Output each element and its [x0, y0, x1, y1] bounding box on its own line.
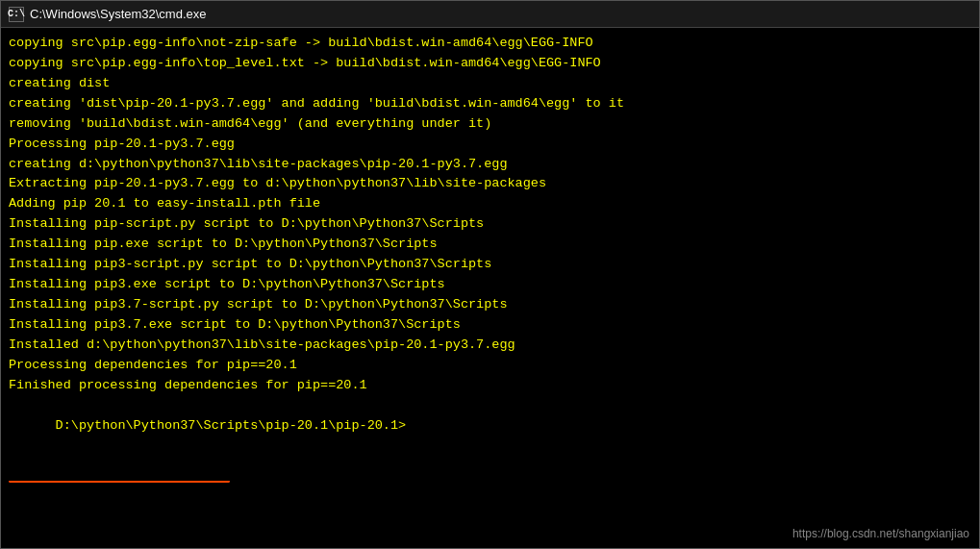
terminal-body[interactable]: copying src\pip.egg-info\not-zip-safe ->… [1, 28, 979, 548]
title-bar-text: C:\Windows\System32\cmd.exe [30, 7, 207, 21]
cmd-window: C:\ C:\Windows\System32\cmd.exe copying … [0, 0, 980, 549]
terminal-line: copying src\pip.egg-info\not-zip-safe ->… [9, 34, 971, 54]
terminal-line: Extracting pip-20.1-py3.7.egg to d:\pyth… [9, 174, 971, 194]
terminal-line: Installing pip.exe script to D:\python\P… [9, 235, 971, 255]
terminal-line: Installing pip3.7.exe script to D:\pytho… [9, 315, 971, 336]
terminal-line: Processing dependencies for pip==20.1 [9, 356, 971, 376]
watermark: https://blog.csdn.net/shangxianjiao [792, 527, 969, 540]
prompt-line: D:\python\Python37\Scripts\pip-20.1\pip-… [9, 396, 971, 457]
terminal-line: copying src\pip.egg-info\top_level.txt -… [9, 54, 971, 74]
terminal-line: Processing pip-20.1-py3.7.egg [9, 135, 971, 155]
terminal-line: Adding pip 20.1 to easy-install.pth file [9, 194, 971, 214]
underline-annotation [9, 480, 230, 483]
cmd-icon: C:\ [9, 7, 24, 22]
terminal-line: Finished processing dependencies for pip… [9, 376, 971, 396]
terminal-line: Installing pip3.exe script to D:\python\… [9, 275, 971, 295]
terminal-line: removing 'build\bdist.win-amd64\egg' (an… [9, 114, 971, 135]
terminal-line: creating d:\python\python37\lib\site-pac… [9, 155, 971, 175]
terminal-line: creating 'dist\pip-20.1-py3.7.egg' and a… [9, 94, 971, 114]
terminal-line: Installed d:\python\python37\lib\site-pa… [9, 336, 971, 356]
terminal-line: Installing pip3-script.py script to D:\p… [9, 255, 971, 275]
title-bar: C:\ C:\Windows\System32\cmd.exe [1, 1, 979, 28]
prompt-text: D:\python\Python37\Scripts\pip-20.1\pip-… [56, 418, 407, 433]
terminal-line: creating dist [9, 74, 971, 94]
terminal-line: Installing pip-script.py script to D:\py… [9, 214, 971, 235]
terminal-line: Installing pip3.7-script.py script to D:… [9, 295, 971, 315]
